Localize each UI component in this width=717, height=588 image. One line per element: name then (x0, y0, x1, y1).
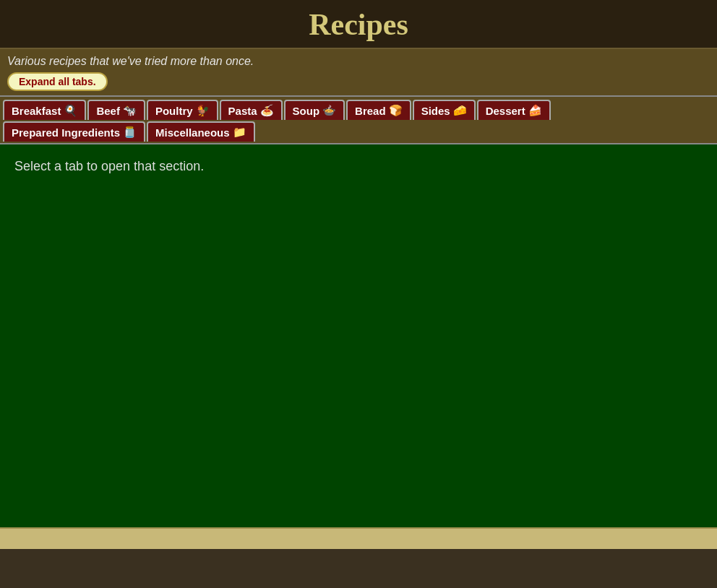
content-message: Select a tab to open that section. (14, 159, 703, 174)
tab-poultry[interactable]: Poultry 🐓 (147, 100, 218, 120)
tab-row-1: Breakfast 🍳Beef 🐄Poultry 🐓Pasta 🍝Soup 🍲B… (3, 100, 714, 120)
content-area: Select a tab to open that section. (0, 144, 717, 527)
tab-dessert[interactable]: Dessert 🍰 (477, 100, 551, 120)
tab-miscellaneous[interactable]: Miscellaneous 📁 (147, 121, 255, 142)
page-header: Recipes (0, 0, 717, 49)
page-title: Recipes (0, 7, 717, 42)
tab-beef[interactable]: Beef 🐄 (87, 100, 145, 120)
tab-breakfast[interactable]: Breakfast 🍳 (3, 100, 86, 120)
footer (0, 527, 717, 549)
tabs-container: Breakfast 🍳Beef 🐄Poultry 🐓Pasta 🍝Soup 🍲B… (0, 97, 717, 144)
tab-sides[interactable]: Sides 🧀 (413, 100, 476, 120)
subtitle-bar: Various recipes that we've tried more th… (0, 49, 717, 97)
tab-bread[interactable]: Bread 🍞 (346, 100, 411, 120)
tab-row-2: Prepared Ingredients 🫙Miscellaneous 📁 (3, 121, 714, 142)
tab-pasta[interactable]: Pasta 🍝 (220, 100, 283, 120)
subtitle-text: Various recipes that we've tried more th… (7, 55, 710, 68)
tab-soup[interactable]: Soup 🍲 (284, 100, 345, 120)
tab-prepared-ingredients[interactable]: Prepared Ingredients 🫙 (3, 121, 145, 142)
expand-all-button[interactable]: Expand all tabs. (7, 72, 108, 91)
